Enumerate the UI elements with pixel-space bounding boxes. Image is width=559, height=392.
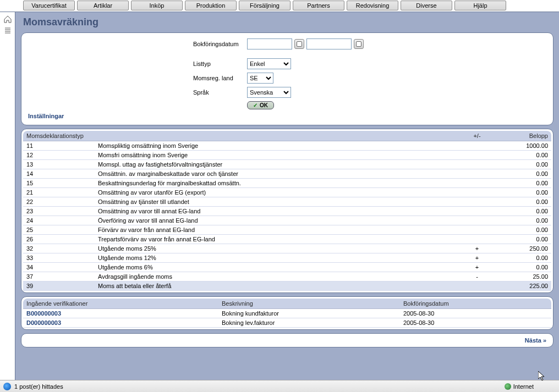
- col-pm: +/-: [463, 131, 491, 141]
- date-to-input[interactable]: [306, 38, 352, 49]
- bokforingsdatum-label: Bokföringsdatum: [193, 41, 247, 47]
- momsreg-select[interactable]: SE: [247, 73, 273, 84]
- table-row: 12Momsfri omsättning inom Sverige0.00: [23, 151, 551, 160]
- verification-link[interactable]: D000000003: [26, 319, 61, 326]
- table-row: 13Momspl. uttag av fastighetsförvaltning…: [23, 160, 551, 169]
- nav-panel: Nästa »: [21, 333, 553, 347]
- menu-partners[interactable]: Partners: [293, 1, 344, 10]
- table-row: B000000003Bokning kundfakturor2005-08-30: [23, 309, 551, 318]
- table-row: 34Utgående moms 6%+0.00: [23, 263, 551, 272]
- menu-inköp[interactable]: Inköp: [131, 1, 183, 10]
- table-row: 15Beskattningsunderlag för marginalbeska…: [23, 179, 551, 188]
- status-bar: 1 post(er) hittades Internet: [0, 380, 559, 392]
- table-row: 39Moms att betala eller återfå225.00: [23, 281, 551, 291]
- momsreg-label: Momsreg. land: [193, 75, 247, 81]
- next-link[interactable]: Nästa »: [525, 337, 546, 344]
- table-row: 11Momspliktig omsättning inom Sverige100…: [23, 141, 551, 151]
- col-besk: Beskrivning: [218, 299, 400, 309]
- settings-link[interactable]: Inställningar: [28, 113, 64, 119]
- status-zone: Internet: [513, 383, 534, 390]
- menu-redovisning[interactable]: Redovisning: [347, 1, 398, 10]
- menu-hjälp[interactable]: Hjälp: [454, 1, 506, 10]
- status-message: 1 post(er) hittades: [14, 383, 63, 390]
- calendar-icon[interactable]: [294, 39, 304, 49]
- table-row: 14Omsättnin. av marginalbeskattade varor…: [23, 169, 551, 179]
- table-row: 26Trepartsförvärv av varor från annat EG…: [23, 235, 551, 244]
- col-ver: Ingående verifikationer: [23, 299, 218, 309]
- menu-artiklar[interactable]: Artiklar: [77, 1, 129, 10]
- calendar-icon[interactable]: [354, 39, 364, 49]
- table-row: D000000003Bokning lev.fakturor2005-08-30: [23, 318, 551, 328]
- filter-panel: Bokföringsdatum Listtyp Enkel Momsreg. l…: [21, 32, 553, 125]
- listtyp-select[interactable]: Enkel: [247, 58, 291, 69]
- menu-produktion[interactable]: Produktion: [185, 1, 237, 10]
- table-row: 37Avdragsgill ingående moms-25.00: [23, 272, 551, 281]
- page-title: Momsavräkning: [23, 16, 553, 28]
- ok-button[interactable]: ✓OK: [247, 101, 274, 109]
- declaration-table-panel: Momsdeklarationstyp +/- Belopp 11Momspli…: [21, 129, 553, 293]
- list-icon[interactable]: [3, 26, 12, 34]
- verifications-table-panel: Ingående verifikationer Beskrivning Bokf…: [21, 296, 553, 330]
- table-row: 33Utgående moms 12%+0.00: [23, 253, 551, 263]
- col-bok: Bokföringsdatum: [400, 299, 551, 309]
- table-row: 32Utgående moms 25%+250.00: [23, 244, 551, 253]
- col-typ: Momsdeklarationstyp: [23, 131, 463, 141]
- menu-varucertifikat[interactable]: Varucertifikat: [23, 1, 75, 10]
- table-row: 25Förvärv av varor från annat EG-land0.0…: [23, 225, 551, 235]
- table-row: 23Omsättning av varor till annat EG-land…: [23, 207, 551, 216]
- table-row: 21Omsättning av varor utanför EG (export…: [23, 188, 551, 197]
- date-from-input[interactable]: [247, 38, 292, 49]
- verifications-table: Ingående verifikationer Beskrivning Bokf…: [23, 299, 551, 328]
- menu-diverse[interactable]: Diverse: [401, 1, 452, 10]
- col-belopp: Belopp: [491, 131, 551, 141]
- home-icon[interactable]: [3, 15, 12, 23]
- verification-link[interactable]: B000000003: [26, 310, 61, 317]
- ie-icon: [3, 383, 11, 390]
- globe-icon: [505, 383, 511, 390]
- table-row: 22Omsättning av tjänster till utlandet0.…: [23, 197, 551, 207]
- top-menu: VarucertifikatArtiklarInköpProduktionFör…: [0, 0, 559, 12]
- menu-försäljning[interactable]: Försäljning: [239, 1, 291, 10]
- declaration-table: Momsdeklarationstyp +/- Belopp 11Momspli…: [23, 131, 551, 291]
- left-sidebar: [0, 12, 15, 380]
- sprak-select[interactable]: Svenska: [247, 87, 291, 98]
- table-row: 24Överföring av varor till annat EG-land…: [23, 216, 551, 225]
- listtyp-label: Listtyp: [193, 60, 247, 67]
- sprak-label: Språk: [193, 89, 247, 96]
